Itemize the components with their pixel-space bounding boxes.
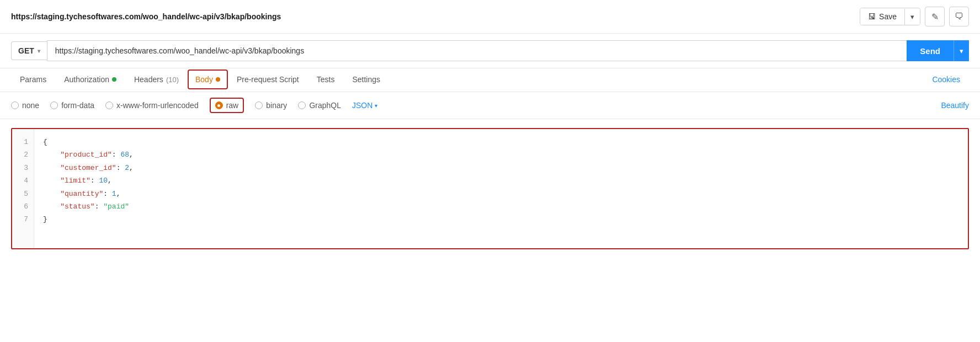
headers-count: (10) [166, 76, 179, 84]
save-icon: 🖫 [868, 12, 876, 21]
send-button-group[interactable]: Send ▾ [907, 40, 969, 61]
tab-tests[interactable]: Tests [308, 68, 344, 92]
chevron-down-icon: ▾ [910, 13, 914, 21]
line-num-7: 7 [18, 213, 28, 226]
url-bar: GET ▾ Send ▾ [0, 34, 980, 68]
comment-button[interactable]: 🗨 [949, 7, 969, 26]
line-num-4: 4 [18, 174, 28, 187]
tab-body[interactable]: Body [188, 68, 228, 92]
title-url: https://staging.tychesoftwares.com/woo_h… [11, 12, 281, 21]
method-chevron-icon: ▾ [38, 48, 40, 54]
method-select[interactable]: GET ▾ [11, 41, 47, 60]
send-dropdown-arrow[interactable]: ▾ [954, 40, 969, 61]
send-chevron-icon: ▾ [960, 47, 963, 55]
tab-headers-label: Headers [134, 75, 163, 84]
tab-authorization-label: Authorization [64, 75, 109, 84]
line-num-2: 2 [18, 148, 28, 161]
tab-authorization[interactable]: Authorization [55, 68, 125, 92]
tab-body-label: Body [195, 75, 213, 84]
code-line-7: } [43, 213, 959, 226]
code-content[interactable]: { "product_id": 68, "customer_id": 2, "l… [34, 129, 968, 248]
tab-params[interactable]: Params [11, 68, 55, 92]
option-raw[interactable]: raw [215, 101, 239, 110]
tabs-bar: Params Authorization Headers (10) Body P… [0, 68, 980, 92]
radio-binary [255, 101, 263, 109]
json-chevron-icon: ▾ [375, 103, 377, 109]
option-raw-label: raw [226, 101, 239, 110]
code-line-5: "quantity": 1, [43, 188, 959, 200]
radio-none [11, 101, 19, 109]
tab-settings-label: Settings [352, 75, 380, 84]
option-urlencoded-label: x-www-form-urlencoded [116, 101, 199, 110]
line-num-3: 3 [18, 162, 28, 174]
title-bar: https://staging.tychesoftwares.com/woo_h… [0, 0, 980, 34]
line-num-5: 5 [18, 188, 28, 200]
authorization-dot [112, 77, 116, 82]
radio-form-data [50, 101, 58, 109]
json-format-label: JSON [352, 101, 372, 110]
option-form-data[interactable]: form-data [50, 101, 94, 110]
save-dropdown-arrow[interactable]: ▾ [904, 9, 920, 25]
radio-raw [215, 101, 223, 109]
code-line-3: "customer_id": 2, [43, 162, 959, 174]
save-label: Save [879, 12, 897, 21]
option-none-label: none [22, 101, 39, 110]
pencil-icon: ✎ [931, 12, 939, 22]
body-dot [216, 77, 220, 82]
radio-graphql [298, 101, 306, 109]
option-none[interactable]: none [11, 101, 39, 110]
option-binary-label: binary [266, 101, 287, 110]
beautify-button[interactable]: Beautify [941, 101, 969, 110]
tab-prerequest-label: Pre-request Script [237, 75, 299, 84]
save-button-group[interactable]: 🖫 Save ▾ [860, 8, 920, 25]
option-form-data-label: form-data [61, 101, 94, 110]
code-line-1: { [43, 136, 959, 148]
tab-tests-label: Tests [317, 75, 335, 84]
cookies-link[interactable]: Cookies [923, 68, 969, 92]
raw-option-wrapper: raw [210, 98, 244, 113]
code-line-6: "status": "paid" [43, 200, 959, 213]
tab-prerequest[interactable]: Pre-request Script [228, 68, 308, 92]
tab-headers[interactable]: Headers (10) [125, 68, 188, 92]
tab-settings[interactable]: Settings [343, 68, 389, 92]
tab-params-label: Params [20, 75, 46, 84]
json-format-select[interactable]: JSON ▾ [352, 101, 377, 110]
radio-urlencoded [105, 101, 113, 109]
option-graphql-label: GraphQL [309, 101, 341, 110]
option-urlencoded[interactable]: x-www-form-urlencoded [105, 101, 199, 110]
line-num-6: 6 [18, 200, 28, 213]
option-graphql[interactable]: GraphQL [298, 101, 341, 110]
line-numbers: 1 2 3 4 5 6 7 [12, 129, 34, 248]
line-num-1: 1 [18, 136, 28, 148]
method-label: GET [18, 46, 34, 55]
code-line-2: "product_id": 68, [43, 148, 959, 161]
edit-button[interactable]: ✎ [925, 7, 945, 26]
title-actions: 🖫 Save ▾ ✎ 🗨 [860, 7, 969, 26]
option-binary[interactable]: binary [255, 101, 287, 110]
code-line-4: "limit": 10, [43, 174, 959, 187]
body-tab-wrapper: Body [188, 70, 228, 89]
code-editor: 1 2 3 4 5 6 7 { "product_id": 68, "custo… [11, 128, 969, 249]
body-options: none form-data x-www-form-urlencoded raw… [0, 92, 980, 119]
save-button[interactable]: 🖫 Save [860, 8, 904, 25]
cookies-label: Cookies [932, 75, 960, 84]
send-button[interactable]: Send [907, 40, 954, 61]
comment-icon: 🗨 [955, 12, 963, 22]
url-input[interactable] [47, 40, 907, 61]
